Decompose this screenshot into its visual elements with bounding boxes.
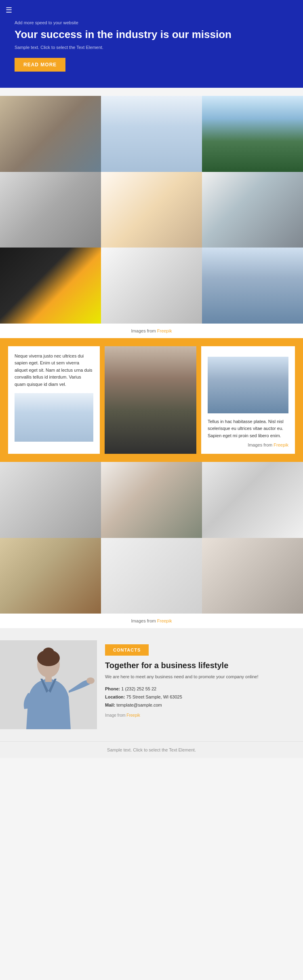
image-corridor (202, 462, 303, 538)
freepik-link-4[interactable]: Freepik (126, 713, 140, 718)
contact-phone: Phone: 1 (232) 252 55 22 (105, 685, 283, 693)
grid-cell-6 (202, 172, 303, 248)
contact-mail: Mail: template@sample.com (105, 701, 283, 709)
feature-card-2-image (105, 346, 196, 454)
contact-image-caption: Image from Freepik (105, 713, 283, 718)
image-grid-1: Images from Freepik (0, 96, 303, 338)
grid-cell-1 (0, 96, 101, 172)
contact-title: Together for a business lifestyle (105, 660, 283, 670)
contact-content: CONTACTS Together for a business lifesty… (97, 640, 291, 722)
read-more-button[interactable]: READ MORE (15, 58, 65, 72)
image-architecture (0, 172, 101, 248)
grid2-cell-3 (202, 462, 303, 538)
hamburger-menu[interactable]: ☰ (6, 6, 12, 15)
svg-point-3 (43, 648, 54, 657)
footer-text: Sample text. Click to select the Text El… (107, 747, 196, 752)
image-phone (202, 172, 303, 248)
freepik-link-3[interactable]: Freepik (157, 618, 172, 623)
grid-cell-5 (101, 172, 202, 248)
image-business-card (0, 248, 101, 324)
grid2-cell-6 (202, 538, 303, 614)
feature-card-1: Neque viverra justo nec ultrices dui sap… (8, 346, 100, 454)
feature-card-1-text: Neque viverra justo nec ultrices dui sap… (15, 353, 93, 388)
svg-point-5 (86, 677, 95, 684)
contact-location: Location: 75 Street Sample, WI 63025 (105, 693, 283, 701)
image-laptop-top (0, 462, 101, 538)
grid2-cell-4 (0, 538, 101, 614)
grid1-caption: Images from Freepik (0, 324, 303, 338)
grid-cell-7 (0, 248, 101, 324)
image-city-fog (101, 96, 202, 172)
grid2-cell-1 (0, 462, 101, 538)
grid-cell-3 (202, 96, 303, 172)
contact-info: Phone: 1 (232) 252 55 22 Location: 75 St… (105, 685, 283, 709)
grid-cell-4 (0, 172, 101, 248)
contact-person-svg (0, 640, 97, 729)
grid2-cell-2 (101, 462, 202, 538)
contact-person-image (0, 640, 97, 729)
feature-caption: Images from Freepik (208, 442, 288, 447)
contacts-button[interactable]: CONTACTS (105, 644, 149, 656)
hero-text: Sample text. Click to select the Text El… (15, 45, 288, 50)
freepik-link-2[interactable]: Freepik (274, 442, 288, 447)
image-bottles (101, 538, 202, 614)
contact-desc: We are here to meet any business need an… (105, 673, 283, 680)
image-person-writing (0, 96, 101, 172)
image-grid-2: Images from Freepik (0, 462, 303, 628)
grid2-caption: Images from Freepik (0, 614, 303, 628)
image-woman-window (101, 462, 202, 538)
image-globe (0, 538, 101, 614)
grid-cell-8 (101, 248, 202, 324)
contact-section: CONTACTS Together for a business lifesty… (0, 628, 303, 741)
svg-rect-4 (45, 676, 52, 682)
feature-card-2 (105, 346, 196, 454)
image-desk-laptop (101, 248, 202, 324)
hero-title: Your success in the industry is our miss… (15, 28, 288, 41)
grid-cell-9 (202, 248, 303, 324)
grid2-cell-5 (101, 538, 202, 614)
image-palm-tree (202, 96, 303, 172)
freepik-link-1[interactable]: Freepik (157, 328, 172, 333)
footer: Sample text. Click to select the Text El… (0, 741, 303, 758)
image-building-up (202, 248, 303, 324)
feature-card-3-image (208, 357, 288, 413)
image-laptop-marketing (101, 172, 202, 248)
hero-section: ☰ Add more speed to your website Your su… (0, 0, 303, 88)
feature-card-3-text: Tellus in hac habitasse platea. Nisl nis… (208, 418, 288, 440)
hero-subtitle: Add more speed to your website (15, 20, 288, 25)
image-business-desk (202, 538, 303, 614)
feature-section: Neque viverra justo nec ultrices dui sap… (0, 338, 303, 462)
feature-card-1-image (15, 393, 93, 442)
grid-cell-2 (101, 96, 202, 172)
feature-card-3: Tellus in hac habitasse platea. Nisl nis… (201, 346, 295, 454)
